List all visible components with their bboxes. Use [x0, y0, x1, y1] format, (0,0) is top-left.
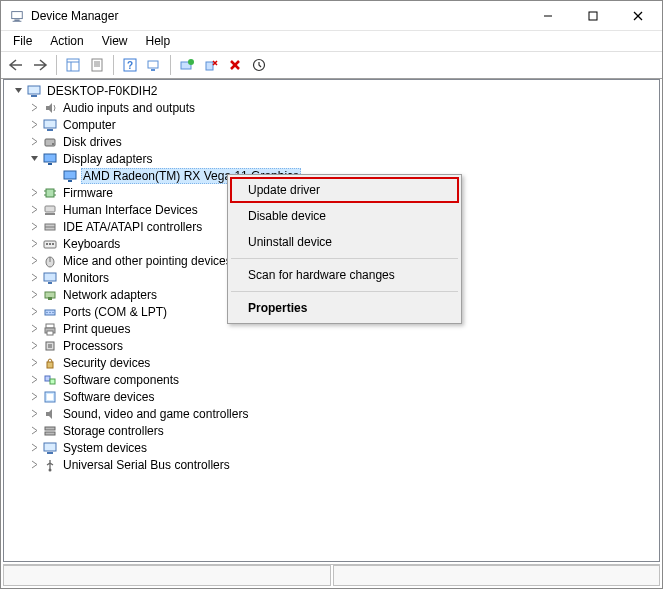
menu-file[interactable]: File: [5, 33, 40, 49]
svg-rect-2: [13, 20, 22, 21]
svg-rect-28: [45, 139, 55, 146]
toolbar-separator: [56, 55, 57, 75]
context-menu-separator: [231, 291, 458, 292]
chevron-down-icon[interactable]: [10, 83, 26, 99]
tree-root[interactable]: DESKTOP-F0KDIH2: [8, 82, 659, 99]
ctx-disable-device[interactable]: Disable device: [230, 203, 459, 229]
controller-icon: [42, 219, 58, 235]
printer-icon: [42, 321, 58, 337]
chevron-right-icon[interactable]: [26, 406, 42, 422]
tree-node-computer[interactable]: Computer: [8, 116, 659, 133]
svg-rect-52: [48, 297, 52, 300]
window-controls: [525, 1, 660, 30]
svg-rect-30: [44, 154, 56, 162]
help-button[interactable]: ?: [119, 54, 141, 76]
svg-rect-32: [64, 171, 76, 179]
tree-label: Human Interface Devices: [61, 203, 200, 217]
chevron-right-icon[interactable]: [26, 338, 42, 354]
chevron-right-icon[interactable]: [26, 134, 42, 150]
tree-label: Computer: [61, 118, 118, 132]
forward-button[interactable]: [29, 54, 51, 76]
tree-node-swcomponents[interactable]: Software components: [8, 371, 659, 388]
close-button[interactable]: [615, 1, 660, 30]
titlebar: Device Manager: [1, 1, 662, 31]
ctx-properties[interactable]: Properties: [230, 295, 459, 321]
chevron-right-icon[interactable]: [26, 236, 42, 252]
chevron-right-icon[interactable]: [26, 185, 42, 201]
chevron-right-icon[interactable]: [26, 304, 42, 320]
menu-help[interactable]: Help: [138, 33, 179, 49]
svg-rect-44: [46, 243, 48, 245]
ctx-uninstall-device[interactable]: Uninstall device: [230, 229, 459, 255]
storage-icon: [42, 423, 58, 439]
svg-rect-59: [47, 331, 53, 335]
minimize-button[interactable]: [525, 1, 570, 30]
context-menu-separator: [231, 258, 458, 259]
tree-node-processors[interactable]: Processors: [8, 337, 659, 354]
show-hide-tree-button[interactable]: [62, 54, 84, 76]
chevron-right-icon[interactable]: [26, 389, 42, 405]
svg-text:?: ?: [127, 60, 133, 71]
tree-node-disk[interactable]: Disk drives: [8, 133, 659, 150]
chevron-right-icon[interactable]: [26, 253, 42, 269]
chevron-right-icon[interactable]: [26, 372, 42, 388]
tree-node-swdevices[interactable]: Software devices: [8, 388, 659, 405]
properties-button[interactable]: [86, 54, 108, 76]
svg-point-55: [49, 311, 50, 312]
svg-rect-46: [52, 243, 54, 245]
svg-rect-4: [589, 12, 597, 20]
chevron-right-icon[interactable]: [26, 117, 42, 133]
chevron-right-icon[interactable]: [26, 270, 42, 286]
uninstall-button[interactable]: [200, 54, 222, 76]
chevron-right-icon[interactable]: [26, 440, 42, 456]
chevron-right-icon[interactable]: [26, 202, 42, 218]
svg-point-19: [188, 59, 194, 65]
maximize-button[interactable]: [570, 1, 615, 30]
ctx-update-driver[interactable]: Update driver: [230, 177, 459, 203]
ctx-scan-hardware[interactable]: Scan for hardware changes: [230, 262, 459, 288]
svg-point-54: [46, 311, 47, 312]
menu-view[interactable]: View: [94, 33, 136, 49]
tree-node-display[interactable]: Display adapters: [8, 150, 659, 167]
tree-label: System devices: [61, 441, 149, 455]
toolbar: ?: [1, 51, 662, 79]
enable-button[interactable]: [248, 54, 270, 76]
svg-rect-61: [48, 344, 52, 348]
menu-action[interactable]: Action: [42, 33, 91, 49]
tree-node-security[interactable]: Security devices: [8, 354, 659, 371]
monitor-icon: [42, 270, 58, 286]
disable-button[interactable]: [224, 54, 246, 76]
chevron-right-icon[interactable]: [26, 321, 42, 337]
chevron-right-icon[interactable]: [26, 423, 42, 439]
mouse-icon: [42, 253, 58, 269]
svg-rect-33: [68, 180, 72, 182]
usb-icon: [42, 457, 58, 473]
hid-icon: [42, 202, 58, 218]
svg-rect-69: [44, 443, 56, 451]
toolbar-separator: [113, 55, 114, 75]
tree-node-audio[interactable]: Audio inputs and outputs: [8, 99, 659, 116]
update-driver-button[interactable]: [176, 54, 198, 76]
tree-label: Network adapters: [61, 288, 159, 302]
tree-label: Audio inputs and outputs: [61, 101, 197, 115]
chevron-right-icon[interactable]: [26, 287, 42, 303]
context-menu: Update driver Disable device Uninstall d…: [227, 174, 462, 324]
security-icon: [42, 355, 58, 371]
chevron-right-icon[interactable]: [26, 219, 42, 235]
tree-label: IDE ATA/ATAPI controllers: [61, 220, 204, 234]
chevron-right-icon[interactable]: [26, 100, 42, 116]
tree-node-sysdevices[interactable]: System devices: [8, 439, 659, 456]
svg-rect-62: [47, 362, 53, 368]
chevron-right-icon[interactable]: [26, 355, 42, 371]
scan-hardware-button[interactable]: [143, 54, 165, 76]
back-button[interactable]: [5, 54, 27, 76]
svg-rect-63: [45, 376, 50, 381]
chevron-right-icon[interactable]: [26, 457, 42, 473]
computer-icon: [42, 117, 58, 133]
svg-rect-64: [50, 379, 55, 384]
tree-node-storage[interactable]: Storage controllers: [8, 422, 659, 439]
tree-node-usb[interactable]: Universal Serial Bus controllers: [8, 456, 659, 473]
tree-node-sound[interactable]: Sound, video and game controllers: [8, 405, 659, 422]
chevron-down-icon[interactable]: [26, 151, 42, 167]
svg-rect-25: [31, 95, 37, 97]
